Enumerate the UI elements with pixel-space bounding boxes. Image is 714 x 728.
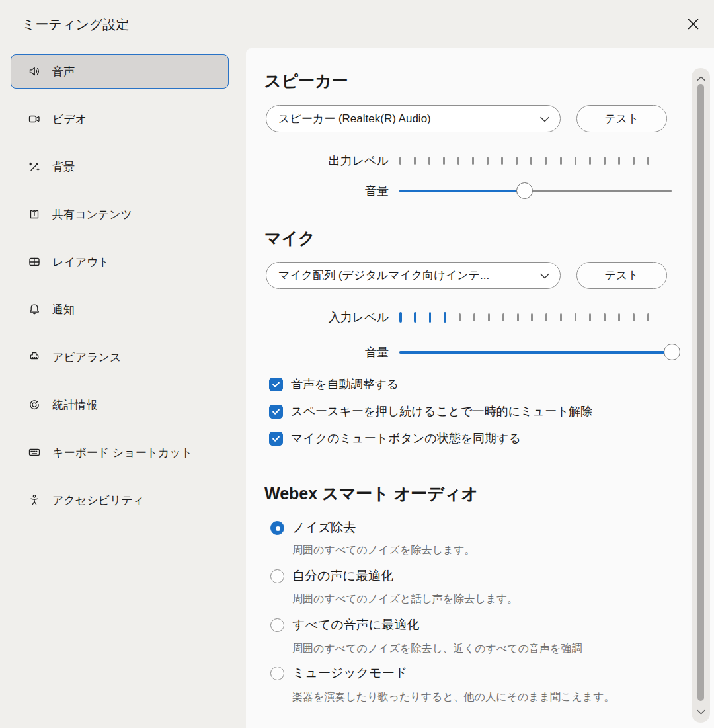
level-tick xyxy=(473,313,475,321)
sidebar-item-label: 通知 xyxy=(52,302,75,317)
sidebar-item-video[interactable]: ビデオ xyxy=(11,102,229,136)
audio-settings-panel: スピーカー スピーカー (Realtek(R) Audio) テスト 出力レベル… xyxy=(246,48,714,728)
scroll-down-arrow[interactable] xyxy=(692,706,710,719)
level-tick xyxy=(502,313,504,321)
level-tick xyxy=(575,313,576,321)
sidebar-item-keyboard-shortcuts[interactable]: キーボード ショートカット xyxy=(11,435,229,469)
level-tick xyxy=(633,157,635,165)
magic-wand-icon xyxy=(28,160,41,173)
optimize-all-voices-radio-row[interactable]: すべての音声に最適化 xyxy=(270,616,419,633)
checkbox-label: スペースキーを押し続けることで一時的にミュート解除 xyxy=(291,403,592,419)
meeting-settings-dialog: ミーティング設定 音声 ビデオ 背景 共有コンテンツ レイアウト 通知 xyxy=(0,0,714,728)
checkbox-label: マイクのミュートボタンの状態を同期する xyxy=(291,430,521,446)
sidebar-item-label: 統計情報 xyxy=(52,397,97,413)
level-tick xyxy=(399,312,402,323)
microphone-heading: マイク xyxy=(264,227,315,249)
share-icon xyxy=(28,208,41,221)
auto-adjust-audio-checkbox-row[interactable]: 音声を自動調整する xyxy=(269,376,399,392)
close-icon xyxy=(688,19,699,32)
stats-icon xyxy=(28,398,41,411)
radio-label: 自分の声に最適化 xyxy=(292,567,393,585)
microphone-volume-label: 音量 xyxy=(264,344,389,360)
level-tick xyxy=(487,157,489,165)
checkbox[interactable] xyxy=(269,378,283,391)
sidebar-item-statistics[interactable]: 統計情報 xyxy=(11,387,229,422)
scroll-up-arrow[interactable] xyxy=(692,72,710,85)
sidebar-item-notifications[interactable]: 通知 xyxy=(11,292,229,327)
brush-icon xyxy=(28,350,41,364)
microphone-device-select[interactable]: マイク配列 (デジタルマイク向けインテ... xyxy=(266,262,561,289)
level-tick xyxy=(560,157,562,165)
level-tick xyxy=(414,157,416,165)
sidebar-item-accessibility[interactable]: アクセシビリティ xyxy=(11,483,229,517)
level-tick xyxy=(560,313,562,321)
microphone-test-button[interactable]: テスト xyxy=(576,262,667,289)
speaker-device-value: スピーカー (Realtek(R) Audio) xyxy=(278,111,540,126)
level-tick xyxy=(545,313,547,321)
level-tick xyxy=(589,157,591,165)
slider-fill xyxy=(399,351,672,354)
level-tick xyxy=(488,313,490,321)
checkbox[interactable] xyxy=(269,405,283,419)
checkbox[interactable] xyxy=(269,432,283,446)
speaker-test-button[interactable]: テスト xyxy=(576,105,667,132)
slider-thumb[interactable] xyxy=(664,344,680,360)
optimize-my-voice-radio-row[interactable]: 自分の声に最適化 xyxy=(270,567,393,585)
sidebar-item-audio[interactable]: 音声 xyxy=(11,54,229,89)
sidebar-item-label: アピアランス xyxy=(52,350,121,365)
radio-button[interactable] xyxy=(270,667,284,680)
slider-thumb[interactable] xyxy=(516,182,533,199)
level-tick xyxy=(530,157,532,165)
sync-mute-button-checkbox-row[interactable]: マイクのミュートボタンの状態を同期する xyxy=(269,430,521,446)
sidebar-item-share-content[interactable]: 共有コンテンツ xyxy=(11,197,229,231)
input-level-label: 入力レベル xyxy=(264,309,389,325)
speaker-icon xyxy=(28,65,41,78)
level-tick xyxy=(531,313,533,321)
level-tick xyxy=(443,157,445,165)
speaker-device-select[interactable]: スピーカー (Realtek(R) Audio) xyxy=(266,105,561,132)
level-tick xyxy=(618,157,620,165)
level-tick xyxy=(472,157,474,165)
speaker-volume-label: 音量 xyxy=(264,183,389,199)
checkbox-label: 音声を自動調整する xyxy=(291,376,399,392)
layout-icon xyxy=(28,255,41,268)
level-tick xyxy=(428,157,430,165)
radio-button[interactable] xyxy=(270,521,284,535)
video-camera-icon xyxy=(28,112,41,126)
level-tick xyxy=(457,157,459,165)
sidebar-item-appearance[interactable]: アピアランス xyxy=(11,340,229,374)
close-button[interactable] xyxy=(684,16,702,34)
speaker-volume-slider[interactable] xyxy=(399,182,672,199)
sidebar-item-label: 共有コンテンツ xyxy=(52,207,132,222)
microphone-volume-slider[interactable] xyxy=(399,344,672,360)
keyboard-icon xyxy=(28,446,41,459)
bell-icon xyxy=(28,303,41,316)
sidebar-item-background[interactable]: 背景 xyxy=(11,149,229,184)
scrollbar[interactable] xyxy=(692,68,710,723)
level-tick xyxy=(459,313,461,321)
radio-button[interactable] xyxy=(270,618,284,632)
noise-removal-radio-row[interactable]: ノイズ除去 xyxy=(270,519,356,536)
radio-description: 周囲のすべてのノイズと話し声を除去します。 xyxy=(292,592,518,606)
level-tick xyxy=(444,312,446,323)
radio-label: ノイズ除去 xyxy=(292,519,356,536)
level-tick xyxy=(399,157,401,165)
speaker-heading: スピーカー xyxy=(264,70,348,92)
sidebar-item-layout[interactable]: レイアウト xyxy=(11,245,229,279)
level-tick xyxy=(429,312,432,323)
level-tick xyxy=(501,157,503,165)
music-mode-radio-row[interactable]: ミュージックモード xyxy=(270,665,407,682)
dialog-title: ミーティング設定 xyxy=(22,16,129,34)
radio-label: ミュージックモード xyxy=(292,665,407,682)
level-tick xyxy=(414,312,416,323)
scrollbar-thumb[interactable] xyxy=(697,84,704,701)
microphone-device-value: マイク配列 (デジタルマイク向けインテ... xyxy=(278,268,540,283)
output-level-meter xyxy=(399,155,649,167)
spacebar-unmute-checkbox-row[interactable]: スペースキーを押し続けることで一時的にミュート解除 xyxy=(269,403,592,419)
level-tick xyxy=(647,313,649,321)
level-tick xyxy=(633,313,635,321)
radio-button[interactable] xyxy=(270,569,284,583)
sidebar-item-label: キーボード ショートカット xyxy=(52,445,192,460)
level-tick xyxy=(589,313,591,321)
sidebar-item-label: ビデオ xyxy=(52,112,87,127)
